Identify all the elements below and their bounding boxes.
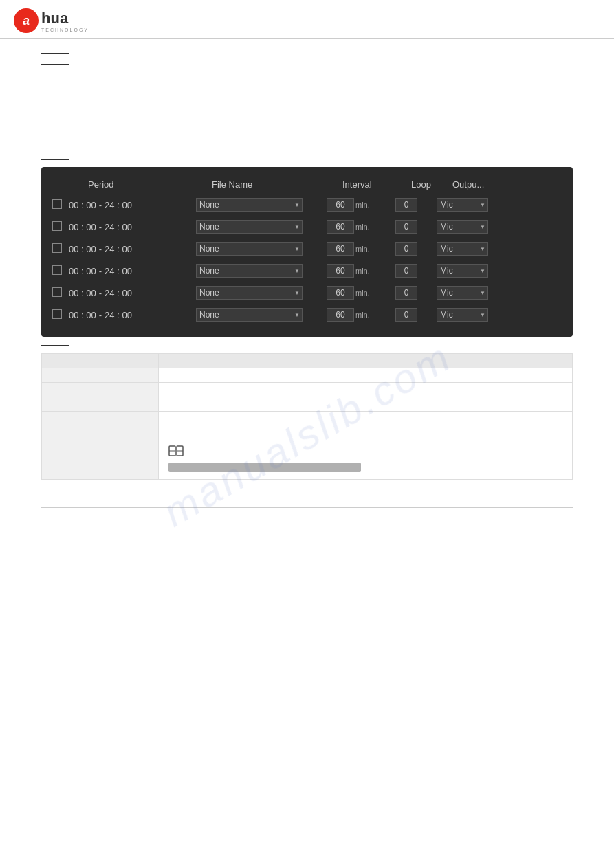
row-6-filename-select[interactable]: None — [196, 308, 303, 322]
period-dash-6: - — [99, 310, 102, 320]
row-6-checkbox[interactable] — [52, 309, 62, 319]
row-6-loop-input[interactable] — [395, 308, 417, 322]
row-1-filename-wrapper: None — [196, 198, 303, 212]
row-5-loop-input[interactable] — [395, 286, 417, 300]
info-col-2-header — [159, 354, 573, 368]
info-table-header-row — [42, 354, 573, 368]
col-header-filename: File Name — [212, 179, 342, 190]
section-line-1 — [41, 53, 69, 54]
row-1-loop-input[interactable] — [395, 198, 417, 212]
row-3-loop-input[interactable] — [395, 242, 417, 256]
period-dash-2: - — [99, 222, 102, 232]
row-5-output-wrapper: Mic — [437, 286, 488, 300]
row-1-interval-input[interactable] — [327, 198, 354, 212]
section-line-2 — [41, 64, 69, 65]
period-dash-5: - — [99, 288, 102, 298]
schedule-table: Period File Name Interval Loop Outpu... … — [41, 167, 573, 337]
row-3-period-end: 24 : 00 — [105, 244, 132, 254]
info-row-4-value — [159, 412, 573, 480]
row-2-period-end: 24 : 00 — [105, 222, 132, 232]
empty-text-area — [41, 69, 573, 152]
row-6-output-select[interactable]: Mic — [437, 308, 488, 322]
row-5-filename-select[interactable]: None — [196, 286, 303, 300]
row-2-output-wrapper: Mic — [437, 220, 488, 234]
period-dash-4: - — [99, 266, 102, 276]
info-row-1-label — [42, 368, 159, 383]
logo-letter: a — [23, 14, 30, 28]
info-row-1-value — [159, 368, 573, 383]
table-row: 00 : 00 - 24 : 00 None min. — [52, 282, 562, 304]
row-1-output-select[interactable]: Mic — [437, 198, 488, 212]
info-row-2-label — [42, 383, 159, 397]
row-1-interval-unit: min. — [355, 201, 370, 209]
row-2-interval-unit: min. — [355, 223, 370, 231]
row-5-period-end: 24 : 00 — [105, 288, 132, 298]
row-4-period-end: 24 : 00 — [105, 266, 132, 276]
row-2-filename-wrapper: None — [196, 220, 303, 234]
row-5-checkbox[interactable] — [52, 287, 62, 297]
row-5-output-select[interactable]: Mic — [437, 286, 488, 300]
row-5-filename-wrapper: None — [196, 286, 303, 300]
row-6-period-start: 00 : 00 — [69, 310, 96, 320]
info-col-1-header — [42, 354, 159, 368]
row-4-filename-select[interactable]: None — [196, 264, 303, 278]
row-4-period-start: 00 : 00 — [69, 266, 96, 276]
period-dash-1: - — [99, 200, 102, 210]
col-header-interval: Interval — [342, 179, 411, 190]
row-2-filename-select[interactable]: None — [196, 220, 303, 234]
row-4-output-select[interactable]: Mic — [437, 264, 488, 278]
row-3-output-select[interactable]: Mic — [437, 242, 488, 256]
info-row-3-label — [42, 397, 159, 412]
row-4-checkbox[interactable] — [52, 265, 62, 275]
info-table-row — [42, 412, 573, 480]
col-header-loop: Loop — [411, 179, 452, 190]
info-row-3-value — [159, 397, 573, 412]
row-2-loop-input[interactable] — [395, 220, 417, 234]
row-5-period-start: 00 : 00 — [69, 288, 96, 298]
row-2-period-start: 00 : 00 — [69, 222, 96, 232]
row-6-period-end: 24 : 00 — [105, 310, 132, 320]
row-3-interval-unit: min. — [355, 245, 370, 253]
table-header-row: Period File Name Interval Loop Outpu... — [52, 175, 562, 194]
logo: a hua TECHNOLOGY — [14, 8, 89, 33]
row-3-output-wrapper: Mic — [437, 242, 488, 256]
row-2-checkbox[interactable] — [52, 221, 62, 231]
row-6-interval-unit: min. — [355, 311, 370, 319]
logo-subtext: TECHNOLOGY — [41, 27, 89, 32]
col-header-period: Period — [88, 179, 212, 190]
row-1-period-start: 00 : 00 — [69, 200, 96, 210]
row-4-loop-input[interactable] — [395, 264, 417, 278]
row-5-interval-input[interactable] — [327, 286, 354, 300]
logo-text: hua — [41, 10, 68, 27]
row-3-checkbox[interactable] — [52, 243, 62, 253]
row-4-filename-wrapper: None — [196, 264, 303, 278]
row-4-interval-input[interactable] — [327, 264, 354, 278]
row-2-output-select[interactable]: Mic — [437, 220, 488, 234]
info-table-row — [42, 397, 573, 412]
row-3-filename-wrapper: None — [196, 242, 303, 256]
row-2-interval-input[interactable] — [327, 220, 354, 234]
info-table-row — [42, 383, 573, 397]
info-row-2-value — [159, 383, 573, 397]
row-6-interval-input[interactable] — [327, 308, 354, 322]
row-3-filename-select[interactable]: None — [196, 242, 303, 256]
row-1-period-end: 24 : 00 — [105, 200, 132, 210]
row-3-period-start: 00 : 00 — [69, 244, 96, 254]
row-1-checkbox[interactable] — [52, 199, 62, 209]
table-row: 00 : 00 - 24 : 00 None min. — [52, 260, 562, 282]
table-row: 00 : 00 - 24 : 00 None min. — [52, 216, 562, 238]
table-row: 00 : 00 - 24 : 00 None min. — [52, 304, 562, 326]
row-4-output-wrapper: Mic — [437, 264, 488, 278]
row-3-interval-input[interactable] — [327, 242, 354, 256]
row-6-filename-wrapper: None — [196, 308, 303, 322]
row-5-interval-unit: min. — [355, 289, 370, 297]
table-row: 00 : 00 - 24 : 00 None min. — [52, 194, 562, 216]
page-header: a hua TECHNOLOGY — [0, 0, 614, 39]
row-1-output-wrapper: Mic — [437, 198, 488, 212]
logo-icon: a — [14, 8, 39, 33]
info-row-4-label — [42, 412, 159, 480]
footer-divider — [41, 507, 573, 512]
row-1-filename-select[interactable]: None — [196, 198, 303, 212]
note-bar — [168, 463, 361, 472]
note-icon — [168, 445, 184, 457]
